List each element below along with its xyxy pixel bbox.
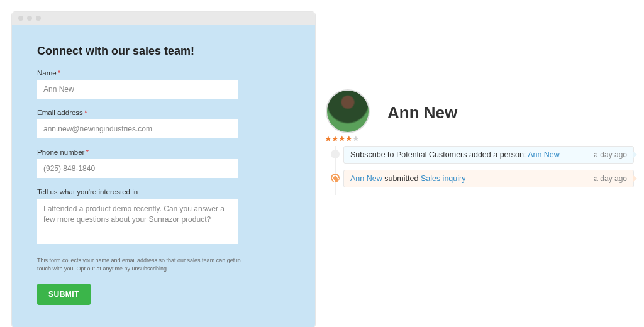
profile-header: ★★★★★ Ann New [326,89,634,136]
timeline-time: a day ago [594,150,627,159]
window-close-icon[interactable] [18,16,23,21]
submit-button[interactable]: SUBMIT [37,284,91,305]
phone-label: Phone number* [37,148,290,156]
magnet-icon [331,174,340,182]
interest-label: Tell us what you're interested in [37,188,290,196]
field-interest: Tell us what you're interested in I atte… [37,188,290,247]
browser-window: Connect with our sales team! Name* Email… [11,11,316,327]
window-minimize-icon[interactable] [27,16,32,21]
star-icon: ★ [345,134,352,143]
timeline-text: Subscribe to Potential Customers added a… [350,150,560,159]
email-label: Email address* [37,109,290,116]
required-icon: * [86,148,88,156]
form-link[interactable]: Sales inquiry [421,174,466,183]
star-icon: ★ [325,134,331,143]
star-icon: ★ [338,134,345,143]
required-icon: * [84,109,87,116]
activity-panel: ★★★★★ Ann New Subscribe to Potential Cus… [326,89,634,194]
rating-stars: ★★★★★ [325,134,359,143]
form-title: Connect with our sales team! [37,45,290,58]
required-icon: * [58,69,60,77]
timeline-card[interactable]: Ann New submitted Sales inquiry a day ag… [343,170,634,187]
timeline-card[interactable]: Subscribe to Potential Customers added a… [343,146,634,164]
field-name: Name* [37,69,290,99]
avatar[interactable] [326,89,370,133]
person-link[interactable]: Ann New [528,150,560,159]
profile-name: Ann New [387,103,457,123]
field-email: Email address* [37,109,290,138]
star-icon: ★ [331,134,338,143]
timeline-time: a day ago [594,174,627,183]
contact-form: Connect with our sales team! Name* Email… [12,25,315,327]
activity-timeline: Subscribe to Potential Customers added a… [331,146,634,189]
person-link[interactable]: Ann New [350,174,382,183]
name-label: Name* [37,69,290,77]
interest-textarea[interactable]: I attended a product demo recently. Can … [37,199,238,244]
avatar-wrap: ★★★★★ [326,89,372,136]
email-input[interactable] [37,119,238,138]
window-zoom-icon[interactable] [36,16,41,21]
timeline-dot-icon [331,150,340,158]
phone-input[interactable] [37,159,238,178]
timeline-text: Ann New submitted Sales inquiry [350,174,465,183]
window-titlebar [12,12,315,25]
field-phone: Phone number* [37,148,290,178]
timeline-item: Ann New submitted Sales inquiry a day ag… [331,170,634,189]
form-disclaimer: This form collects your name and email a… [37,257,251,272]
timeline-item: Subscribe to Potential Customers added a… [331,146,634,165]
name-input[interactable] [37,80,238,99]
star-icon: ★ [352,134,359,143]
